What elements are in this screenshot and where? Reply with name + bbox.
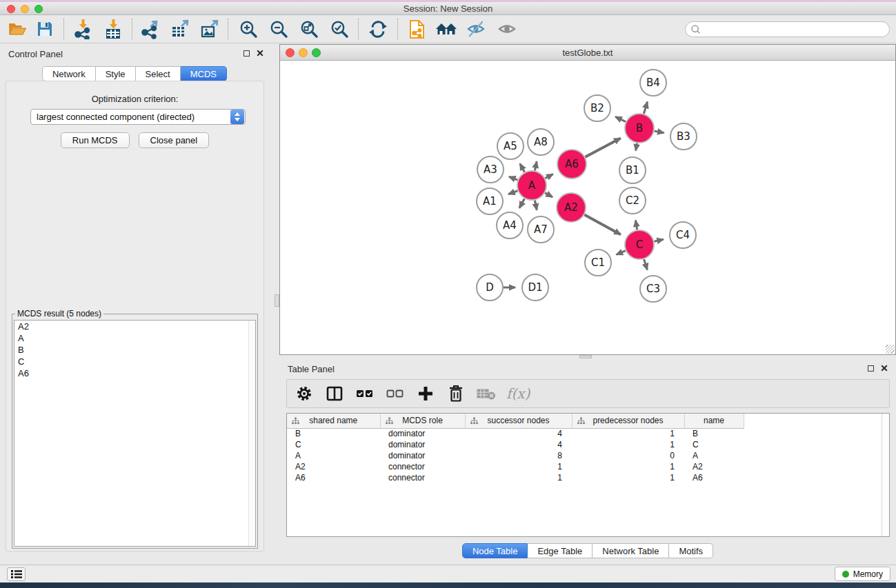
table-row[interactable]: Cdominator41C [287, 439, 744, 450]
save-session-icon[interactable] [33, 18, 57, 40]
tab-motifs[interactable]: Motifs [669, 543, 713, 558]
cell-mcds_role[interactable]: dominator [380, 439, 465, 450]
float-panel-icon[interactable] [243, 50, 250, 57]
cell-name[interactable]: B [684, 428, 744, 439]
network-window-titlebar[interactable]: testGlobe.txt [280, 45, 895, 61]
graph-edge-C-C3[interactable] [644, 259, 648, 270]
graph-edge-B-B3[interactable] [655, 131, 664, 133]
graph-edge-A-A2[interactable] [545, 193, 552, 197]
graph-edge-B-B4[interactable] [644, 102, 647, 114]
graph-edge-A-A3[interactable] [509, 176, 517, 180]
export-table-icon[interactable] [168, 18, 192, 40]
table-row[interactable]: Adominator80A [287, 450, 744, 461]
graph-edge-B-B1[interactable] [636, 143, 637, 151]
cell-predecessor_nodes[interactable]: 0 [572, 450, 684, 461]
graph-node-A5[interactable]: A5 [497, 133, 524, 159]
cell-predecessor_nodes[interactable]: 1 [572, 472, 684, 483]
graph-node-C1[interactable]: C1 [585, 250, 611, 276]
column-header-successor_nodes[interactable]: successor nodes [465, 414, 572, 428]
run-mcds-button[interactable]: Run MCDS [61, 132, 130, 148]
delete-column-trash-icon[interactable] [446, 383, 466, 404]
tab-network-table[interactable]: Network Table [593, 543, 669, 558]
cell-predecessor_nodes[interactable]: 1 [572, 428, 684, 439]
graph-node-A4[interactable]: A4 [497, 212, 523, 239]
cell-shared_name[interactable]: A2 [287, 461, 380, 472]
graph-node-B3[interactable]: B3 [670, 123, 697, 150]
cell-name[interactable]: C [684, 439, 744, 450]
graph-node-C4[interactable]: C4 [670, 222, 696, 248]
close-panel-button[interactable]: Close panel [139, 132, 210, 148]
graph-node-A[interactable]: A [517, 171, 546, 200]
network-canvas[interactable]: B4B2BB3A8A5A6A3B1AA1C2A2A4A7C4CC1DD1C3 [280, 61, 895, 354]
memory-button[interactable]: Memory [835, 567, 890, 581]
cell-mcds_role[interactable]: dominator [380, 428, 465, 439]
table-scrollbar[interactable] [882, 414, 889, 536]
tab-mcds[interactable]: MCDS [181, 66, 227, 81]
table-row[interactable]: Bdominator41B [287, 428, 744, 439]
splitter-handle[interactable] [275, 294, 279, 307]
graph-edge-A-A7[interactable] [535, 201, 537, 210]
open-session-icon[interactable] [6, 18, 29, 40]
column-layout-icon[interactable] [324, 383, 345, 404]
result-list-scrollbar[interactable] [248, 321, 255, 546]
graph-edge-B-B2[interactable] [615, 116, 626, 121]
tab-network[interactable]: Network [42, 66, 96, 81]
graph-node-C2[interactable]: C2 [619, 187, 646, 214]
search-input[interactable] [701, 23, 889, 36]
mcds-result-item[interactable]: A [14, 332, 255, 344]
cell-predecessor_nodes[interactable]: 1 [572, 461, 684, 472]
cell-shared_name[interactable]: A6 [287, 472, 380, 483]
tab-style[interactable]: Style [96, 66, 136, 81]
graph-edge-C-C4[interactable] [654, 239, 663, 241]
graph-edge-C-C2[interactable] [635, 221, 637, 230]
graph-edge-A6-B[interactable] [585, 139, 620, 157]
cell-successor_nodes[interactable]: 1 [465, 472, 572, 483]
cell-shared_name[interactable]: B [287, 428, 380, 439]
graph-node-A2[interactable]: A2 [557, 193, 586, 222]
graph-edge-A-A1[interactable] [508, 191, 517, 194]
graph-node-A1[interactable]: A1 [477, 188, 503, 214]
graph-node-A8[interactable]: A8 [528, 129, 554, 155]
import-table-icon[interactable] [101, 18, 125, 40]
graph-node-A3[interactable]: A3 [477, 156, 504, 183]
cell-name[interactable]: A [684, 450, 744, 461]
column-header-name[interactable]: name [684, 414, 744, 428]
show-all-icon[interactable] [495, 18, 519, 40]
cell-shared_name[interactable]: C [287, 439, 380, 450]
graph-node-B4[interactable]: B4 [640, 70, 666, 96]
cell-mcds_role[interactable]: dominator [380, 450, 465, 461]
cell-successor_nodes[interactable]: 4 [465, 439, 572, 450]
graph-edge-A-A5[interactable] [520, 163, 525, 172]
mcds-result-item[interactable]: C [14, 356, 255, 367]
graph-node-D[interactable]: D [477, 274, 503, 301]
graph-node-C3[interactable]: C3 [640, 276, 666, 302]
mcds-result-list[interactable]: A2ABCA6 [14, 320, 256, 547]
cell-mcds_role[interactable]: connector [380, 461, 465, 472]
close-table-panel-icon[interactable] [881, 365, 888, 372]
import-network-icon[interactable] [71, 18, 94, 40]
cell-successor_nodes[interactable]: 4 [465, 428, 572, 439]
export-network-icon[interactable] [139, 18, 162, 40]
graph-node-B1[interactable]: B1 [619, 157, 646, 183]
graph-edge-A-A4[interactable] [519, 199, 524, 207]
window-titlebar[interactable]: Session: New Session [0, 2, 896, 15]
criterion-select[interactable]: largest connected component (directed) [30, 109, 246, 125]
refresh-icon[interactable] [366, 18, 390, 40]
cell-shared_name[interactable]: A [287, 450, 380, 461]
network-graph[interactable]: B4B2BB3A8A5A6A3B1AA1C2A2A4A7C4CC1DD1C3 [280, 61, 895, 354]
graph-node-B[interactable]: B [625, 114, 654, 143]
graph-node-A6[interactable]: A6 [557, 150, 586, 179]
graph-edge-A-A6[interactable] [545, 174, 552, 179]
float-table-panel-icon[interactable] [868, 365, 874, 372]
column-header-shared_name[interactable]: shared name [287, 414, 380, 428]
table-row[interactable]: A6connector11A6 [287, 472, 744, 483]
tab-select[interactable]: Select [136, 66, 181, 81]
column-header-predecessor_nodes[interactable]: predecessor nodes [572, 414, 684, 428]
cell-mcds_role[interactable]: connector [380, 472, 465, 483]
cell-name[interactable]: A6 [684, 472, 744, 483]
graph-node-C[interactable]: C [625, 230, 654, 259]
first-neighbors-icon[interactable] [435, 18, 458, 40]
cell-successor_nodes[interactable]: 1 [465, 461, 572, 472]
column-header-mcds_role[interactable]: MCDS role [380, 414, 465, 428]
new-network-from-selection-icon[interactable] [406, 18, 429, 40]
